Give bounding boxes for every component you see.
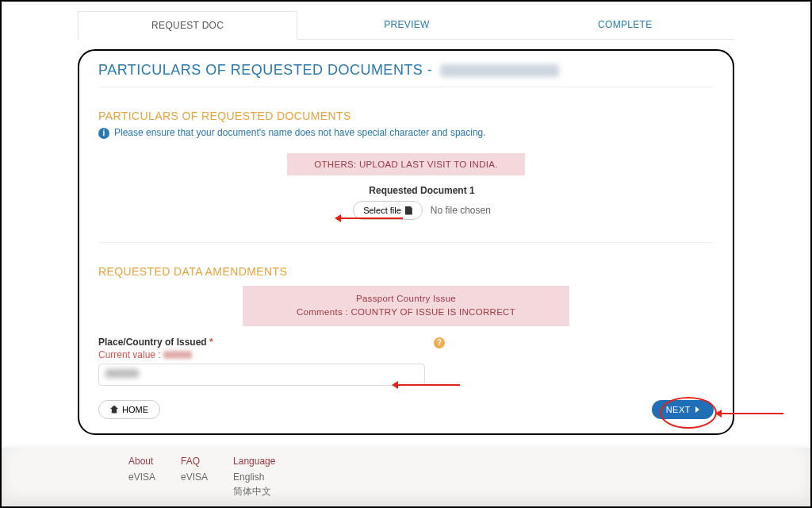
- footer-lang-english[interactable]: English: [233, 470, 275, 484]
- footer-language-header: Language: [233, 456, 275, 467]
- page-footer: About eVISA FAQ eVISA Language English 简…: [2, 448, 810, 506]
- info-icon: i: [98, 128, 109, 139]
- page-title-text: PARTICULARS OF REQUESTED DOCUMENTS -: [98, 62, 437, 78]
- page-title-redacted: [440, 64, 559, 77]
- section-particulars-heading: PARTICULARS OF REQUESTED DOCUMENTS: [98, 110, 714, 122]
- annotation-arrow-file: [341, 217, 403, 219]
- current-value-redacted: [163, 351, 192, 359]
- footer-faq-link[interactable]: eVISA: [181, 470, 208, 484]
- footer-col-faq: FAQ eVISA: [181, 456, 208, 506]
- current-value-label: Current value :: [98, 349, 163, 360]
- page-title: PARTICULARS OF REQUESTED DOCUMENTS -: [98, 62, 714, 87]
- file-upload-row: Select file No file chosen: [243, 201, 569, 220]
- footer-about-link[interactable]: eVISA: [128, 470, 155, 484]
- file-icon: [405, 206, 412, 215]
- footer-lang-chinese[interactable]: 简体中文: [233, 484, 275, 498]
- field-label: Place/Country of Issued *: [98, 337, 213, 348]
- requested-document-label: Requested Document 1: [243, 185, 569, 196]
- input-value-redacted: [105, 369, 139, 378]
- required-star: *: [209, 337, 213, 348]
- home-button[interactable]: HOME: [98, 400, 160, 419]
- field-place-country: ? Place/Country of Issued * Current valu…: [98, 336, 425, 386]
- tabs-bar: REQUEST DOC PREVIEW COMPLETE: [78, 11, 734, 40]
- footer-col-about: About eVISA: [128, 456, 155, 506]
- info-message: iPlease ensure that your document's name…: [98, 127, 714, 145]
- home-label: HOME: [122, 405, 148, 414]
- tab-complete[interactable]: COMPLETE: [516, 11, 734, 39]
- footer-faq-header: FAQ: [181, 456, 208, 467]
- annotation-arrow-next: [722, 413, 783, 414]
- annotation-arrow-input: [398, 384, 460, 386]
- no-file-chosen-text: No file chosen: [431, 205, 491, 216]
- info-text: Please ensure that your document's name …: [114, 127, 486, 138]
- tab-preview[interactable]: PREVIEW: [297, 11, 515, 39]
- section-amendments-heading: REQUESTED DATA AMENDMENTS: [98, 265, 714, 278]
- annotation-ellipse-next: [660, 397, 717, 429]
- amendment-info-bar: Passport Country Issue Comments : COUNTR…: [243, 286, 569, 326]
- current-value-row: Current value :: [98, 349, 425, 360]
- upload-category-bar: OTHERS: UPLOAD LAST VISIT TO INDIA.: [287, 153, 525, 175]
- help-icon[interactable]: ?: [434, 337, 445, 348]
- home-icon: [110, 406, 118, 414]
- footer-about-header: About: [128, 456, 155, 467]
- tab-request-doc[interactable]: REQUEST DOC: [78, 11, 297, 40]
- main-panel: PARTICULARS OF REQUESTED DOCUMENTS - PAR…: [78, 49, 734, 435]
- section-divider: [98, 242, 714, 243]
- amendment-field-name: Passport Country Issue: [251, 292, 561, 306]
- panel-footer-row: HOME NEXT: [98, 400, 714, 419]
- amendment-comment: Comments : COUNTRY OF ISSUE IS INCORRECT: [251, 306, 561, 319]
- select-file-label: Select file: [363, 206, 401, 215]
- footer-col-language: Language English 简体中文: [233, 456, 275, 506]
- place-country-input[interactable]: [98, 364, 425, 386]
